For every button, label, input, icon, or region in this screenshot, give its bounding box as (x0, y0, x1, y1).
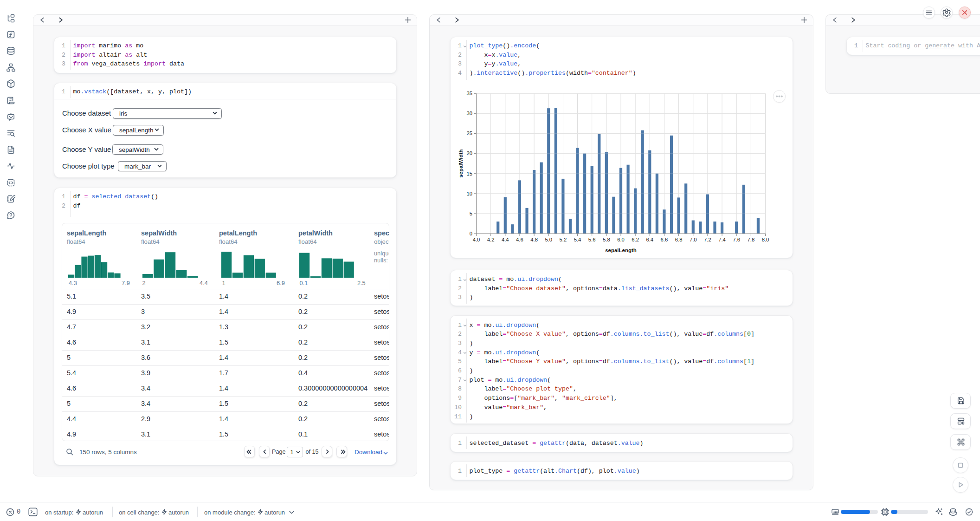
svg-text:7.6: 7.6 (733, 237, 740, 242)
svg-text:6.6: 6.6 (661, 237, 668, 242)
svg-text:30: 30 (466, 111, 472, 116)
svg-text:5: 5 (470, 211, 472, 216)
svg-text:7.8: 7.8 (747, 237, 754, 242)
svg-text:5.8: 5.8 (603, 237, 610, 242)
svg-text:4.6: 4.6 (516, 237, 523, 242)
svg-text:5.4: 5.4 (574, 237, 581, 242)
svg-text:sepalWidth: sepalWidth (458, 149, 464, 177)
svg-text:4.0: 4.0 (473, 237, 480, 242)
svg-text:35: 35 (466, 91, 472, 96)
svg-text:10: 10 (466, 191, 472, 196)
svg-text:6.4: 6.4 (646, 237, 653, 242)
svg-text:25: 25 (466, 130, 472, 136)
svg-text:6.0: 6.0 (617, 237, 625, 242)
svg-text:5.6: 5.6 (588, 237, 596, 242)
svg-text:sepalLength: sepalLength (605, 247, 637, 253)
svg-text:4.2: 4.2 (487, 237, 495, 242)
svg-text:5.2: 5.2 (560, 237, 567, 242)
svg-text:6.2: 6.2 (632, 237, 639, 242)
svg-text:6.8: 6.8 (675, 237, 683, 242)
svg-text:4.4: 4.4 (502, 237, 509, 242)
svg-text:15: 15 (466, 171, 472, 176)
svg-text:7.4: 7.4 (718, 237, 726, 242)
svg-text:7.2: 7.2 (704, 237, 711, 242)
svg-text:8.0: 8.0 (762, 237, 769, 242)
svg-text:7.0: 7.0 (690, 237, 697, 242)
svg-text:0: 0 (470, 231, 472, 236)
svg-text:20: 20 (466, 150, 472, 156)
svg-text:4.8: 4.8 (530, 237, 538, 242)
svg-text:5.0: 5.0 (545, 237, 552, 242)
